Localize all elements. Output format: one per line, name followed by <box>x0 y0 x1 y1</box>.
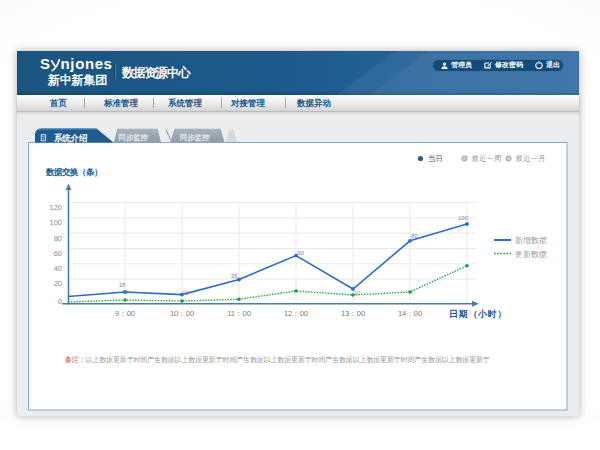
svg-text:10: 10 <box>182 290 189 296</box>
svg-text:20: 20 <box>54 279 62 288</box>
svg-text:10：00: 10：00 <box>170 309 194 318</box>
svg-text:同步监控: 同步监控 <box>119 133 149 142</box>
svg-text:更新数据: 更新数据 <box>515 250 547 259</box>
svg-text:数据交换（条）: 数据交换（条） <box>45 167 102 177</box>
svg-text:新增数据: 新增数据 <box>515 236 547 245</box>
svg-text:100: 100 <box>49 218 62 227</box>
svg-text:当日: 当日 <box>428 154 443 163</box>
svg-text:日期（小时）: 日期（小时） <box>449 309 507 319</box>
svg-text:10: 10 <box>354 290 361 296</box>
svg-text:13：00: 13：00 <box>341 309 365 318</box>
svg-text:12：00: 12：00 <box>284 309 308 318</box>
svg-text:0: 0 <box>58 297 62 306</box>
svg-text:120: 120 <box>49 203 62 212</box>
svg-text:9：00: 9：00 <box>115 309 135 318</box>
svg-text:80: 80 <box>54 234 62 243</box>
svg-text:最近一月: 最近一月 <box>516 154 546 163</box>
svg-text:11：00: 11：00 <box>227 309 251 318</box>
svg-text:60: 60 <box>54 249 62 258</box>
svg-text:18: 18 <box>119 282 126 288</box>
svg-text:系统介绍: 系统介绍 <box>53 133 88 143</box>
svg-text:80: 80 <box>411 233 418 239</box>
svg-text:14：00: 14：00 <box>398 309 422 318</box>
svg-text:100: 100 <box>458 215 469 221</box>
svg-text:35: 35 <box>231 273 238 279</box>
svg-text:同步监控: 同步监控 <box>180 133 210 142</box>
svg-text:40: 40 <box>54 264 62 273</box>
svg-text:60: 60 <box>297 250 304 256</box>
svg-text:最近一周: 最近一周 <box>472 154 502 163</box>
